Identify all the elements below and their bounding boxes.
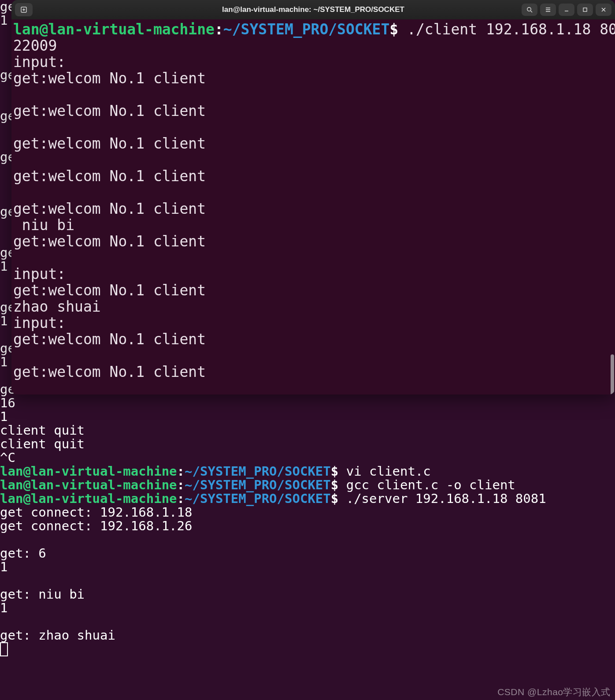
search-icon bbox=[526, 6, 533, 13]
prompt-user: lan@lan-virtual-machine bbox=[0, 464, 177, 479]
svg-point-3 bbox=[527, 7, 531, 11]
prompt-path: ~/SYSTEM_PRO/SOCKET bbox=[223, 21, 390, 38]
bg-output-after-prompts: get connect: 192.168.1.18 get connect: 1… bbox=[0, 506, 615, 642]
foreground-terminal-window: lan@lan-virtual-machine: ~/SYSTEM_PRO/SO… bbox=[11, 0, 615, 395]
screen: ge 1 ge ge ge ge ge 1 ge 1 ge 1 get: 6 1… bbox=[0, 0, 615, 700]
foreground-terminal-body[interactable]: lan@lan-virtual-machine:~/SYSTEM_PRO/SOC… bbox=[11, 19, 615, 395]
svg-line-4 bbox=[530, 11, 532, 12]
bg-prompt-line-1: lan@lan-virtual-machine:~/SYSTEM_PRO/SOC… bbox=[0, 465, 615, 478]
hamburger-icon bbox=[545, 6, 552, 13]
close-icon bbox=[600, 6, 607, 13]
prompt-user: lan@lan-virtual-machine bbox=[13, 21, 215, 38]
bg-prompt-line-3: lan@lan-virtual-machine:~/SYSTEM_PRO/SOC… bbox=[0, 492, 615, 506]
fg-prompt-line: lan@lan-virtual-machine:~/SYSTEM_PRO/SOC… bbox=[13, 21, 613, 37]
watermark: CSDN @Lzhao学习嵌入式 bbox=[497, 686, 611, 698]
svg-rect-9 bbox=[583, 8, 587, 11]
minimize-button[interactable] bbox=[559, 4, 574, 16]
scrollbar-thumb[interactable] bbox=[611, 354, 614, 395]
prompt-path: ~/SYSTEM_PRO/SOCKET bbox=[185, 464, 331, 479]
bg-cmd-2: gcc client.c -o client bbox=[346, 477, 515, 492]
minimize-icon bbox=[563, 6, 570, 13]
search-button[interactable] bbox=[522, 4, 537, 16]
maximize-button[interactable] bbox=[577, 4, 593, 16]
fg-output-lines: 22009 input: get:welcom No.1 client get:… bbox=[13, 37, 613, 380]
menu-button[interactable] bbox=[540, 4, 556, 16]
maximize-icon bbox=[582, 6, 589, 13]
fg-command: ./client 192.168.1.18 8081 bbox=[407, 21, 615, 38]
new-tab-icon bbox=[20, 6, 27, 13]
bg-prompt-line-2: lan@lan-virtual-machine:~/SYSTEM_PRO/SOC… bbox=[0, 478, 615, 492]
titlebar[interactable]: lan@lan-virtual-machine: ~/SYSTEM_PRO/SO… bbox=[11, 0, 615, 19]
cursor bbox=[0, 642, 8, 656]
close-button[interactable] bbox=[596, 4, 611, 16]
new-tab-button[interactable] bbox=[15, 3, 33, 16]
bg-cmd-3: ./server 192.168.1.18 8081 bbox=[346, 491, 546, 506]
bg-cmd-1: vi client.c bbox=[346, 464, 431, 479]
prompt-symbol: $ bbox=[389, 21, 407, 38]
